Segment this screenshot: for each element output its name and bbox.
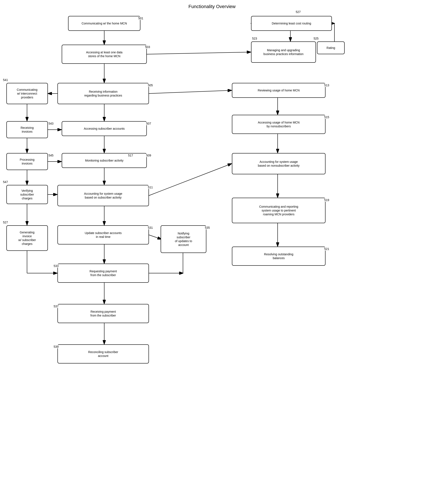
box-processing-invoices: Processinginvoices	[6, 153, 48, 170]
box-label: Communicating w/ the home MCN	[81, 21, 127, 25]
box-label: Processinginvoices	[20, 158, 34, 165]
box-accounting-subscriber: Accounting for system usagebased on subs…	[57, 185, 149, 206]
num-527: 527	[296, 10, 301, 14]
num-537: 537	[54, 305, 58, 308]
num-515: 515	[324, 115, 329, 119]
box-label: Receiving informationregarding business …	[84, 90, 122, 97]
box-label: Verifyingsubscribercharges	[20, 189, 34, 200]
box-label: Rating	[327, 46, 335, 50]
num-525: 525	[314, 37, 318, 40]
box-communicating-reporting: Communicating and reportingsystem usage …	[232, 198, 325, 223]
box-reviewing-usage: Reviewing usage of home MCN	[232, 83, 325, 98]
num-533: 533	[54, 264, 58, 268]
box-generating-invoice: Generatinginvoicew/ subscribercharges	[6, 225, 48, 251]
box-receiving-business-practices: Receiving informationregarding business …	[57, 83, 149, 104]
box-notifying-subscriber: Notifyingsubscriberof updates toaccount	[161, 225, 206, 253]
box-accessing-data-stores: Accessing at least one datastores of the…	[62, 45, 147, 64]
page-title: Functionality Overview	[188, 4, 236, 9]
num-509: 509	[146, 154, 151, 157]
svg-line-11	[149, 90, 231, 94]
num-527-gen: 527	[3, 221, 8, 224]
box-receiving-payment: Receiving paymentfrom the subscriber	[57, 304, 149, 323]
box-verifying-charges: Verifyingsubscribercharges	[6, 185, 48, 204]
box-accessing-nonsubscriber-usage: Accessing usage of home MCNby nonsubscri…	[232, 115, 325, 134]
box-label: Resolving outstandingbalances	[264, 252, 293, 260]
box-accounting-nonsubscriber: Accounting for system usagebased on nons…	[232, 153, 325, 174]
num-545: 545	[49, 154, 53, 157]
box-label: Managing and upgradingbusiness practices…	[263, 48, 303, 56]
box-label: Communicatingw/ interconnectproviders	[17, 88, 37, 99]
box-accessing-subscriber-accounts: Accessing subscriber accounts	[62, 121, 147, 136]
box-resolving-balances: Resolving outstandingbalances	[232, 247, 325, 266]
box-label: Monitoring subscriber activity	[85, 158, 124, 162]
num-519: 519	[324, 198, 329, 202]
num-503: 503	[145, 45, 150, 49]
num-521: 521	[324, 247, 329, 251]
diagram-container: Functionality Overview	[0, 0, 424, 504]
box-label: Determining least cost routing	[272, 21, 311, 25]
box-label: Accessing subscriber accounts	[84, 127, 125, 131]
num-539: 539	[54, 345, 58, 348]
box-receiving-invoices: Receivinginvoices	[6, 121, 48, 138]
box-label: Accessing at least one datastores of the…	[86, 50, 122, 58]
box-label: Accounting for system usagebased on subs…	[84, 192, 122, 199]
num-523: 523	[252, 37, 257, 40]
box-requesting-payment: Requesting paymentfrom the subscriber	[57, 264, 149, 283]
num-511: 511	[148, 186, 153, 189]
box-update-subscriber-accounts: Update subscriber accountsin real time	[57, 225, 149, 244]
num-535: 535	[205, 226, 210, 229]
box-reconciling-account: Reconciling subscriberaccount	[57, 344, 149, 364]
box-label: Receiving paymentfrom the subscriber	[90, 310, 116, 317]
num-547: 547	[3, 180, 8, 184]
box-managing-upgrading: Managing and upgradingbusiness practices…	[251, 42, 316, 63]
box-label: Communicating and reportingsystem usage …	[259, 205, 298, 216]
box-label: Accessing usage of home MCNby nonsubscri…	[258, 121, 299, 128]
svg-line-32	[149, 235, 161, 239]
box-monitoring-subscriber-activity: Monitoring subscriber activity	[62, 153, 147, 168]
num-517: 517	[128, 154, 133, 157]
box-label: Requesting paymentfrom the subscriber	[90, 269, 117, 277]
num-507: 507	[146, 122, 151, 125]
num-501: 501	[138, 17, 143, 20]
arrows-svg	[0, 0, 424, 504]
svg-line-31	[149, 164, 231, 195]
svg-line-10	[147, 52, 251, 54]
box-determining-least-cost: Determining least cost routing	[251, 16, 332, 31]
box-label: Update subscriber accountsin real time	[85, 231, 122, 239]
num-541: 541	[3, 78, 8, 82]
num-513: 513	[324, 84, 329, 87]
box-label: Receivinginvoices	[21, 126, 34, 134]
box-label: Generatinginvoicew/ subscribercharges	[18, 231, 36, 246]
box-communicating-home-mcn: Communicating w/ the home MCN	[68, 16, 140, 31]
num-543: 543	[49, 122, 53, 125]
box-communicating-interconnect: Communicatingw/ interconnectproviders	[6, 83, 48, 104]
box-label: Reviewing usage of home MCN	[258, 88, 300, 92]
num-531: 531	[148, 226, 153, 229]
box-rating: Rating	[317, 42, 345, 54]
box-label: Accounting for system usagebased on nons…	[258, 160, 299, 168]
num-505: 505	[148, 84, 153, 87]
box-label: Reconciling subscriberaccount	[88, 350, 118, 358]
box-label: Notifyingsubscriberof updates toaccount	[175, 231, 192, 247]
